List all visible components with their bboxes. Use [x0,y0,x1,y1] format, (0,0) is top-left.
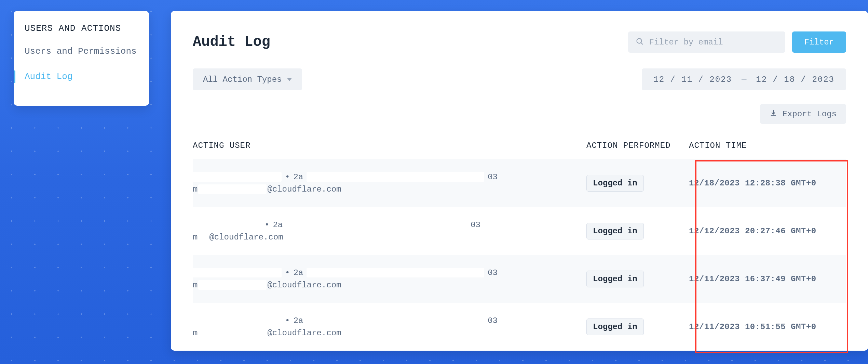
action-time: 12/12/2023 20:27:46 GMT+0 [689,226,846,236]
col-header-action: ACTION PERFORMED [586,141,689,150]
action-badge: Logged in [586,318,644,335]
user-email-prefix: m [193,328,198,338]
svg-point-0 [637,38,641,43]
filter-email-input[interactable] [649,37,778,47]
user-email-suffix: @cloudflare.com [209,233,283,242]
redacted-email [198,280,267,290]
user-line1-mid: 2a [293,316,303,325]
user-email-suffix: @cloudflare.com [267,328,341,338]
redacted-email [198,232,208,242]
redacted-id [307,172,484,182]
user-line1-sep: • [285,172,290,182]
col-header-time: ACTION TIME [689,141,846,150]
sidebar: USERS AND ACTIONS Users and Permissions … [14,11,149,106]
sidebar-item-users-permissions[interactable]: Users and Permissions [14,39,149,64]
action-badge: Logged in [586,271,644,287]
chevron-down-icon [287,78,292,81]
action-type-select-label: All Action Types [203,75,282,84]
user-line1-mid: 2a [273,220,283,230]
user-line1-mid: 2a [293,172,303,182]
page-title: Audit Log [193,34,270,50]
table-row: • 2a 03 m @cloudflare.com Logged in 12/1… [193,207,846,255]
user-line1-sep: • [285,268,290,277]
action-badge: Logged in [586,175,644,192]
audit-log-table: ACTING USER ACTION PERFORMED ACTION TIME… [193,141,846,351]
filter-button[interactable]: Filter [792,31,846,53]
table-row: • 2a 03 m @cloudflare.com Logged in 12/1… [193,303,846,351]
date-range-picker[interactable]: 12 / 11 / 2023 — 12 / 18 / 2023 [642,68,846,90]
redacted-id [307,316,484,325]
table-row: • 2a 03 m @cloudflare.com Logged in 12/1… [193,159,846,207]
action-time: 12/11/2023 16:37:49 GMT+0 [689,274,846,284]
redacted-id [307,268,484,277]
redacted-name [193,172,282,182]
date-separator: — [742,75,746,84]
user-line1-suffix: 03 [471,220,480,230]
user-email-prefix: m [193,281,198,290]
search-container[interactable] [628,31,785,53]
action-badge: Logged in [586,223,644,239]
user-line1-suffix: 03 [488,268,498,277]
redacted-email [198,184,267,194]
user-line1-sep: • [265,220,269,230]
main-panel: Audit Log Filter [171,11,868,351]
action-time: 12/11/2023 10:51:55 GMT+0 [689,322,846,332]
user-line1-sep: • [285,316,290,325]
redacted-name [193,220,261,230]
table-row: • 2a 03 m @cloudflare.com Logged in 12/1… [193,255,846,303]
sidebar-item-audit-log[interactable]: Audit Log [14,64,149,90]
user-email-suffix: @cloudflare.com [267,281,341,290]
user-email-suffix: @cloudflare.com [267,185,341,194]
user-line1-suffix: 03 [488,316,498,325]
redacted-id [286,220,467,230]
redacted-email [198,328,267,338]
user-line1-mid: 2a [293,268,303,277]
export-logs-button[interactable]: Export Logs [760,104,846,124]
sidebar-title: USERS AND ACTIONS [14,23,149,39]
redacted-name [193,316,282,325]
date-to: 12 / 18 / 2023 [756,75,835,84]
search-icon [636,37,644,47]
svg-line-1 [641,42,643,44]
action-time: 12/18/2023 12:28:38 GMT+0 [689,179,846,188]
user-line1-suffix: 03 [488,172,498,182]
user-email-prefix: m [193,233,198,242]
col-header-user: ACTING USER [193,141,586,150]
redacted-name [193,268,282,277]
download-icon [770,109,777,119]
export-logs-label: Export Logs [783,109,837,119]
user-email-prefix: m [193,185,198,194]
action-type-select[interactable]: All Action Types [193,68,302,90]
date-from: 12 / 11 / 2023 [653,75,732,84]
